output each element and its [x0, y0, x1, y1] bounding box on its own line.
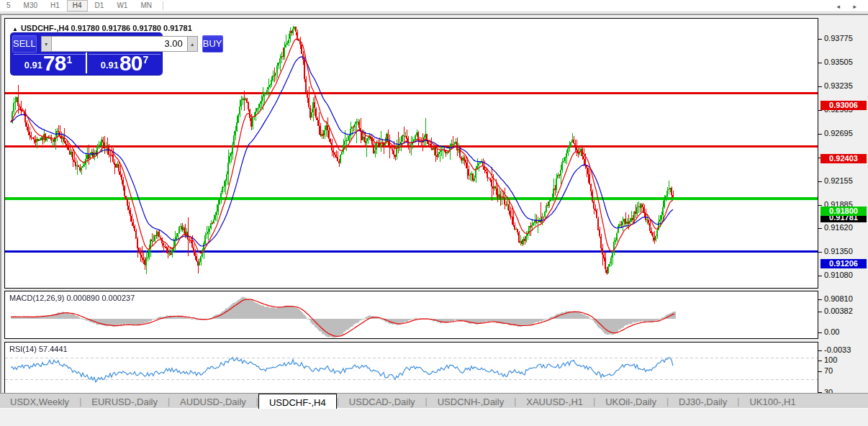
level-price-label: 0.91206 [820, 259, 867, 268]
timeframe-button-w1[interactable]: W1 [111, 0, 133, 12]
mt4-application: 5M30H1H4D1W1MN ▲USDCHF-,H4 0.91780 0.917… [0, 0, 868, 426]
timeframe-button-d1[interactable]: D1 [89, 0, 110, 12]
axis-tick-label: 0.91350 [818, 247, 853, 255]
chart-tab-bar: USDX,Weekly|EURUSD-,Daily|AUDUSD-,Daily|… [0, 393, 868, 409]
volume-control: ▼ ▲ [41, 36, 198, 52]
buy-price[interactable]: 0.91 80 7 [87, 53, 162, 73]
one-click-trading-widget: SELL ▼ ▲ BUY 0.91 78 1 [11, 33, 162, 75]
chart-window: ▲USDCHF-,H4 0.91780 0.91786 0.91780 0.91… [0, 14, 868, 426]
rsi-canvas[interactable] [5, 343, 818, 394]
axis-tick-label: 0.90810 [818, 294, 853, 303]
sell-price-big: 78 [43, 54, 65, 73]
timeframe-button-mn[interactable]: MN [135, 0, 158, 12]
sell-price-sup: 1 [66, 54, 72, 65]
chart-tab-usdx-weekly[interactable]: USDX,Weekly [0, 394, 79, 409]
chart-tab-usdcnh-daily[interactable]: USDCNH-,Daily [428, 394, 514, 409]
buy-button[interactable]: BUY [202, 35, 223, 53]
timeframe-button-h1[interactable]: H1 [45, 0, 65, 12]
chart-tab-usdcad-daily[interactable]: USDCAD-,Daily [339, 394, 425, 409]
collapse-triangle-icon[interactable]: ▲ [12, 26, 18, 32]
rsi-label: RSI(14) 57.4441 [9, 345, 68, 353]
chart-tab-xauusd-h1[interactable]: XAUUSD-,H1 [516, 394, 593, 409]
chart-tab-audusd-daily[interactable]: AUDUSD-,Daily [170, 394, 256, 409]
axis-tick-label: -0.0033 [818, 345, 851, 354]
level-price-label: 0.91800 [820, 207, 867, 216]
bottom-strip [0, 408, 868, 426]
tab-scroll-arrows[interactable]: ◂ ▸ [836, 3, 862, 10]
macd-indicator-panel[interactable]: MACD(12,26,9) 0.000890 0.000237 [4, 291, 818, 339]
macd-label: MACD(12,26,9) 0.000890 0.000237 [9, 294, 135, 302]
level-price-label: 0.93006 [820, 101, 867, 110]
chart-tab-eurusd-daily[interactable]: EURUSD-,Daily [81, 394, 168, 409]
axis-tick-label: 0.93775 [818, 34, 853, 42]
axis-tick-label: 0.93505 [818, 58, 853, 66]
volume-increase-button[interactable]: ▲ [187, 36, 198, 52]
axis-tick-label: 100 [818, 355, 837, 364]
chart-tab-dj30-daily[interactable]: DJ30-,Daily [669, 394, 737, 409]
axis-tick-label: 0.91620 [818, 223, 853, 232]
toolbar-separator [163, 1, 163, 10]
axis-tick-label: 0.91080 [818, 271, 853, 279]
rsi-indicator-panel[interactable]: RSI(14) 57.4441 [4, 342, 818, 394]
buy-price-sup: 7 [143, 54, 148, 65]
timeframe-button-h4[interactable]: H4 [67, 0, 88, 12]
sell-button[interactable]: SELL [12, 35, 37, 53]
axis-tick-label: 0.00382 [818, 307, 853, 315]
axis-tick-label: 70 [818, 366, 833, 375]
axis-tick-label: 0.92695 [818, 129, 853, 137]
chart-tab-usdchf-h4[interactable]: USDCHF-,H4 [258, 394, 337, 409]
buy-price-prefix: 0.91 [101, 60, 119, 71]
axis-tick-label: 0.92155 [818, 176, 853, 185]
axis-tick-label: 0.00 [818, 327, 839, 336]
buy-price-big: 80 [119, 54, 142, 73]
chart-tab-uk100-h1[interactable]: UK100-,H1 [739, 394, 805, 409]
level-price-label: 0.92403 [820, 154, 867, 163]
timeframe-button-5[interactable]: 5 [1, 0, 17, 12]
price-chart-panel[interactable]: ▲USDCHF-,H4 0.91780 0.91786 0.91780 0.91… [4, 18, 818, 289]
volume-input[interactable] [52, 36, 187, 52]
chart-tab-ukoil-daily[interactable]: UKOil-,Daily [595, 394, 666, 409]
price-axis[interactable]: 0.937750.935050.932350.929650.926950.924… [818, 29, 868, 417]
sell-price[interactable]: 0.91 78 1 [11, 53, 87, 73]
timeframe-button-m30[interactable]: M30 [18, 0, 43, 12]
axis-tick-label: 0.93235 [818, 81, 853, 90]
sell-price-prefix: 0.91 [24, 60, 42, 71]
chart-title: ▲USDCHF-,H4 0.91780 0.91786 0.91780 0.91… [12, 24, 192, 32]
timeframe-toolbar: 5M30H1H4D1W1MN [0, 0, 868, 12]
buy-divider-line [89, 54, 161, 55]
volume-decrease-button[interactable]: ▼ [41, 36, 52, 52]
sell-divider-line [14, 54, 86, 55]
